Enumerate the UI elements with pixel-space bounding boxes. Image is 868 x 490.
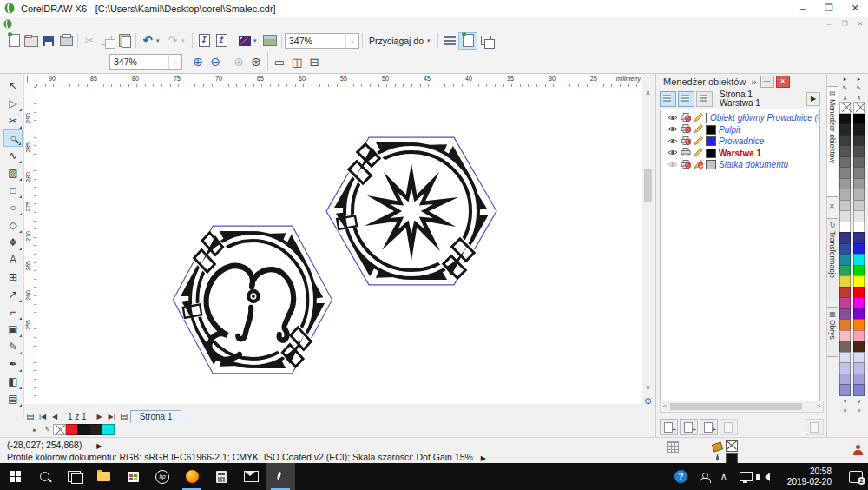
palette-right-expand-icon[interactable]: « (853, 406, 865, 415)
palette-left-color-swatch[interactable] (839, 341, 851, 353)
palette-right-color-swatch[interactable] (853, 287, 865, 299)
cut-button[interactable]: ✂ (81, 33, 98, 49)
docker-close-button[interactable]: ✕ (776, 76, 790, 88)
scroll-up-icon[interactable]: ∧ (642, 87, 654, 97)
drawing-canvas[interactable] (36, 87, 642, 404)
start-button[interactable] (0, 463, 30, 490)
docker-chevron-icon[interactable]: » (751, 76, 756, 87)
ruler-origin-button[interactable] (24, 74, 37, 88)
show-hidden-icons[interactable]: ∧ (720, 471, 727, 482)
palette-left-color-swatch[interactable] (839, 113, 851, 125)
undo-button[interactable]: ↶ (139, 33, 156, 49)
palette-right-color-swatch[interactable] (853, 275, 865, 288)
hp-button[interactable]: hp (148, 463, 177, 490)
duplicate-button[interactable] (477, 33, 495, 49)
docker-flyout-button[interactable]: ▶ (806, 92, 820, 106)
palette-right-color-swatch[interactable] (853, 135, 865, 147)
search-button[interactable] (30, 463, 59, 490)
zoom-to-page-button[interactable]: ▭ (271, 54, 288, 70)
zoom-level-combo[interactable]: 347% ⌄ (285, 33, 359, 49)
layer-editable-icon[interactable] (694, 124, 703, 135)
layer-name[interactable]: Siatka dokumentu (719, 160, 788, 169)
palette-right-color-swatch[interactable] (853, 232, 865, 244)
layer-editable-icon[interactable] (694, 113, 703, 123)
add-page-after-icon[interactable]: ▤ (118, 412, 130, 421)
people-tray-icon[interactable] (700, 473, 708, 481)
undo-dropdown[interactable]: ▾ (156, 37, 164, 44)
palette-left-color-swatch[interactable] (839, 232, 851, 244)
options-button[interactable] (441, 33, 458, 49)
vertical-scrollbar[interactable]: ∧ ∨ ⊕ (642, 87, 654, 407)
new-layer-button[interactable]: + (660, 419, 678, 435)
palette-left-color-swatch[interactable] (839, 384, 851, 396)
save-button[interactable] (40, 33, 57, 49)
layer-editable-icon[interactable] (694, 136, 703, 147)
layer-editable-icon[interactable] (694, 148, 703, 158)
palette-right-color-swatch[interactable] (853, 189, 865, 201)
volume-tray-icon[interactable] (765, 473, 770, 481)
hp-support-tray-icon[interactable]: ? (674, 470, 687, 483)
palette-right-color-swatch[interactable] (853, 254, 865, 266)
palette-left-color-swatch[interactable] (839, 135, 851, 147)
palette-right-color-swatch[interactable] (853, 319, 865, 331)
calculator-button[interactable] (207, 463, 236, 490)
zoom-tool[interactable]: ○ (3, 129, 23, 147)
palette-right-color-swatch[interactable] (853, 362, 865, 374)
blend-tool[interactable]: ▣ (3, 321, 23, 338)
palette-right-color-swatch[interactable] (853, 297, 865, 309)
palette-left-color-swatch[interactable] (839, 287, 851, 299)
page-tab-strona-1[interactable]: Strona 1 (130, 410, 189, 423)
first-page-icon[interactable]: |◀ (36, 413, 49, 420)
add-page-before-icon[interactable]: ▤ (24, 412, 36, 421)
layer-editable-icon[interactable] (694, 160, 703, 170)
palette-left-color-swatch[interactable] (839, 254, 851, 266)
vertical-ruler[interactable]: 290285280275270265260255 (24, 87, 37, 404)
layer-printable-icon[interactable] (681, 148, 691, 158)
vertical-scroll-thumb[interactable] (644, 169, 652, 202)
palette-left-color-swatch[interactable] (839, 352, 851, 364)
smart-fill-tool[interactable]: ▨ (3, 164, 23, 182)
table-tool[interactable]: ⊞ (3, 268, 23, 286)
palette-left-color-swatch[interactable] (839, 275, 851, 288)
palette-left-color-swatch[interactable] (839, 210, 851, 222)
document-palette-none-swatch[interactable] (53, 424, 66, 435)
palette-left-color-swatch[interactable] (839, 265, 851, 277)
object-tree-row[interactable]: Warstwa 1 (661, 148, 819, 160)
new-document-button[interactable] (5, 33, 23, 49)
firefox-button[interactable] (177, 463, 207, 490)
palette-left-flyout-icon[interactable]: ▸ (839, 74, 851, 83)
zoom-to-all-objects-button[interactable]: ⊛ (247, 54, 265, 70)
palette-left-color-swatch[interactable] (839, 319, 851, 331)
new-from-template-button[interactable] (458, 32, 477, 50)
layer-visibility-icon[interactable] (667, 124, 678, 135)
eyedropper-tool[interactable]: ✎ (3, 338, 23, 355)
document-palette-eyedropper-icon[interactable]: ✎ (42, 425, 54, 434)
palette-right-eyedropper-icon[interactable]: ✎ (853, 83, 865, 93)
palette-left-color-swatch[interactable] (839, 200, 851, 212)
document-palette-swatch[interactable] (65, 424, 78, 435)
palette-left-color-swatch[interactable] (839, 330, 851, 342)
palette-left-color-swatch[interactable] (839, 308, 851, 321)
palette-left-color-swatch[interactable] (839, 123, 851, 136)
palette-right-color-swatch[interactable] (853, 123, 865, 136)
layer-visibility-icon[interactable] (667, 136, 678, 147)
palette-right-color-swatch[interactable] (853, 374, 865, 386)
navigator-icon[interactable]: ⊕ (642, 394, 654, 407)
open-button[interactable] (23, 33, 40, 49)
layer-visibility-icon[interactable] (667, 148, 678, 158)
show-object-properties-button[interactable] (660, 91, 676, 107)
user-status-icon[interactable] (852, 445, 864, 456)
ellipse-tool[interactable]: ○ (3, 199, 23, 216)
crop-tool[interactable]: ✂ (3, 112, 23, 129)
object-tree-row[interactable]: Pulpit (661, 124, 819, 136)
hexagon-badge-star[interactable] (319, 129, 503, 294)
palette-left-color-swatch[interactable] (839, 297, 851, 309)
palette-right-flyout-icon[interactable]: ▸ (853, 74, 865, 83)
scroll-down-icon[interactable]: ∨ (642, 382, 654, 393)
palette-left-color-swatch[interactable] (839, 243, 851, 255)
task-view-button[interactable] (59, 463, 89, 490)
close-button[interactable]: ✕ (842, 0, 868, 17)
snap-to-dropdown[interactable]: ▾ (427, 37, 435, 44)
layer-name[interactable]: Pulpit (719, 125, 740, 135)
palette-right-color-swatch[interactable] (853, 156, 865, 169)
